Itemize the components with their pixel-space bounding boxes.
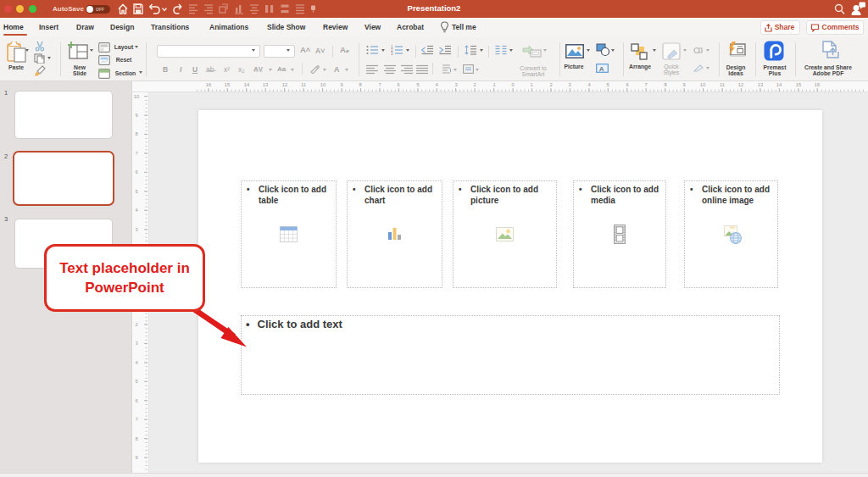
svg-text:3: 3 [391,52,393,56]
svg-text:A: A [599,65,604,73]
